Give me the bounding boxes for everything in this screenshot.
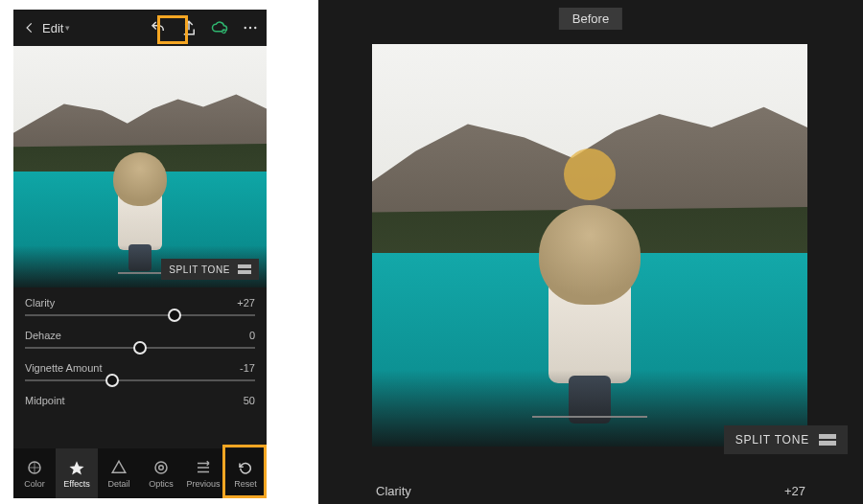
before-badge: Before bbox=[559, 8, 622, 30]
more-icon[interactable] bbox=[242, 19, 259, 36]
effects-icon bbox=[68, 459, 85, 476]
tab-detail[interactable]: Detail bbox=[98, 448, 140, 498]
before-preview-panel: Before SPLIT TONE Clarity +27 bbox=[318, 0, 863, 504]
top-bar: Edit ▾ bbox=[13, 10, 267, 46]
split-tone-icon bbox=[238, 264, 251, 274]
highlight-undo bbox=[157, 15, 188, 44]
edited-photo-preview[interactable]: SPLIT TONE bbox=[13, 46, 267, 287]
tab-color[interactable]: Color bbox=[13, 448, 56, 498]
optics-icon bbox=[152, 459, 170, 476]
highlight-reset bbox=[222, 445, 267, 498]
slider-vignette-amount[interactable]: Vignette Amount -17 bbox=[25, 362, 255, 381]
color-wheel-icon bbox=[26, 459, 43, 476]
svg-point-1 bbox=[245, 27, 246, 29]
detail-icon bbox=[110, 459, 128, 476]
slider-value: +27 bbox=[237, 297, 255, 309]
split-tone-label: SPLIT TONE bbox=[169, 264, 230, 275]
tab-previous[interactable]: Previous bbox=[182, 448, 224, 498]
effects-sliders: Clarity +27 Dehaze 0 Vignette Amount -17 bbox=[13, 287, 267, 416]
chevron-down-icon[interactable]: ▾ bbox=[65, 23, 70, 33]
slider-value: 50 bbox=[244, 395, 255, 406]
svg-point-6 bbox=[159, 465, 164, 470]
slider-clarity[interactable]: Clarity +27 bbox=[25, 297, 255, 316]
tab-label: Effects bbox=[63, 479, 89, 489]
before-photo[interactable] bbox=[372, 44, 807, 447]
split-tone-button[interactable]: SPLIT TONE bbox=[724, 425, 848, 454]
svg-point-5 bbox=[155, 462, 167, 473]
tab-label: Color bbox=[24, 479, 45, 489]
slider-value: +27 bbox=[784, 484, 805, 498]
before-label: Before bbox=[572, 11, 609, 26]
tab-label: Previous bbox=[186, 479, 220, 489]
cloud-sync-icon[interactable] bbox=[211, 19, 228, 36]
slider-value: -17 bbox=[240, 362, 255, 374]
tab-optics[interactable]: Optics bbox=[140, 448, 182, 498]
slider-midpoint[interactable]: Midpoint 50 bbox=[25, 395, 255, 406]
split-tone-button[interactable]: SPLIT TONE bbox=[161, 259, 259, 280]
split-tone-label: SPLIT TONE bbox=[735, 433, 809, 447]
tab-label: Detail bbox=[107, 479, 129, 489]
split-tone-icon bbox=[819, 434, 836, 446]
tab-label: Optics bbox=[149, 479, 174, 489]
screen-title[interactable]: Edit bbox=[42, 21, 63, 35]
slider-clarity-large[interactable]: Clarity +27 bbox=[376, 484, 805, 498]
previous-icon bbox=[195, 459, 212, 476]
slider-dehaze[interactable]: Dehaze 0 bbox=[25, 330, 255, 349]
slider-label: Dehaze bbox=[25, 330, 61, 341]
slider-label: Vignette Amount bbox=[25, 362, 103, 374]
lightroom-mobile-edit-screen: Edit ▾ SPLIT TONE bbox=[13, 10, 267, 498]
svg-point-2 bbox=[249, 27, 251, 29]
slider-value: 0 bbox=[249, 330, 255, 341]
tab-effects[interactable]: Effects bbox=[56, 448, 98, 498]
slider-label: Midpoint bbox=[25, 395, 65, 406]
slider-label: Clarity bbox=[25, 297, 55, 309]
slider-label: Clarity bbox=[376, 484, 411, 498]
back-chevron-icon[interactable] bbox=[21, 19, 38, 36]
touch-indicator-icon bbox=[564, 149, 616, 200]
svg-point-3 bbox=[254, 27, 256, 29]
